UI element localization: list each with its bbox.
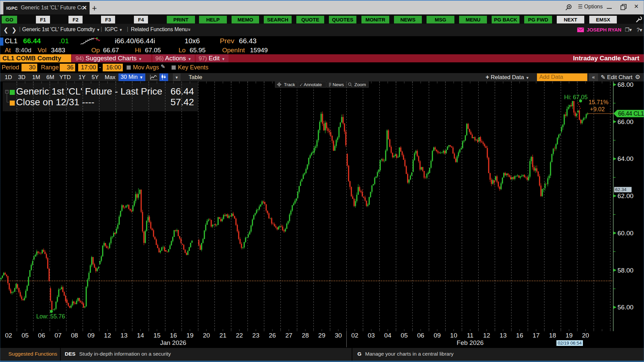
svg-text:Feb 2026: Feb 2026 — [457, 339, 484, 346]
svg-text:60.00: 60.00 — [617, 230, 634, 237]
svg-text:Annotate: Annotate — [304, 82, 322, 87]
svg-text:02: 02 — [351, 332, 358, 339]
svg-text:08: 08 — [71, 332, 78, 339]
svg-text:Generic 1st 'CL' Future - Last: Generic 1st 'CL' Future - Last Price — [16, 86, 162, 97]
svg-text:03: 03 — [368, 332, 375, 339]
svg-text:15: 15 — [153, 332, 160, 339]
svg-text:66.44: 66.44 — [170, 86, 194, 97]
svg-text:30: 30 — [335, 332, 342, 339]
svg-text:64.00: 64.00 — [617, 155, 634, 162]
svg-text:12: 12 — [104, 332, 111, 339]
svg-text:16: 16 — [516, 332, 523, 339]
svg-text:Close on 12/31 ----: Close on 12/31 ---- — [16, 97, 94, 107]
svg-text:19: 19 — [186, 332, 193, 339]
svg-text:66.00: 66.00 — [617, 118, 634, 125]
svg-text:05: 05 — [21, 332, 29, 339]
svg-text:29: 29 — [318, 332, 325, 339]
svg-text:+9.02: +9.02 — [590, 106, 605, 113]
svg-text:17: 17 — [533, 332, 540, 339]
svg-text:13: 13 — [120, 332, 128, 339]
svg-text:66.44 CL1: 66.44 CL1 — [618, 110, 644, 117]
svg-text:56.00: 56.00 — [617, 304, 634, 311]
svg-text:06: 06 — [417, 332, 424, 339]
svg-text:10: 10 — [450, 332, 457, 339]
svg-text:19: 19 — [565, 332, 573, 339]
svg-text:12: 12 — [483, 332, 490, 339]
svg-text:Zoom: Zoom — [354, 82, 366, 87]
svg-text:28: 28 — [302, 332, 309, 339]
svg-text:27: 27 — [285, 332, 292, 339]
svg-text:57.42: 57.42 — [170, 97, 194, 107]
svg-text:26: 26 — [269, 332, 276, 339]
svg-text:23: 23 — [252, 332, 259, 339]
svg-text:05: 05 — [401, 332, 408, 339]
svg-text:21: 21 — [219, 332, 227, 339]
svg-text:68.00: 68.00 — [617, 81, 634, 88]
svg-text:20: 20 — [203, 332, 210, 339]
svg-text:Jan 2026: Jan 2026 — [160, 339, 186, 346]
svg-text:62.34: 62.34 — [615, 187, 627, 192]
svg-text:07: 07 — [54, 332, 61, 339]
svg-text:20: 20 — [582, 332, 589, 339]
svg-text:04: 04 — [384, 332, 392, 339]
svg-text:06: 06 — [38, 332, 45, 339]
svg-text:18: 18 — [549, 332, 556, 339]
svg-text:62.00: 62.00 — [617, 192, 634, 199]
svg-text:Track: Track — [284, 82, 295, 87]
svg-text:16: 16 — [170, 332, 177, 339]
svg-text:22: 22 — [236, 332, 243, 339]
svg-text:02/19 06:54: 02/19 06:54 — [558, 341, 582, 346]
svg-text:13: 13 — [500, 332, 507, 339]
svg-text:News: News — [333, 82, 344, 87]
svg-text:15.71%: 15.71% — [589, 99, 608, 106]
svg-text:58.00: 58.00 — [617, 267, 634, 274]
svg-text:09: 09 — [88, 332, 95, 339]
svg-text:Hi: 67.05: Hi: 67.05 — [564, 94, 588, 101]
svg-text:14: 14 — [137, 332, 144, 339]
svg-text:11: 11 — [467, 332, 474, 339]
svg-text:Low: 55.76: Low: 55.76 — [36, 313, 65, 320]
svg-text:09: 09 — [434, 332, 441, 339]
svg-text:02: 02 — [5, 332, 12, 339]
